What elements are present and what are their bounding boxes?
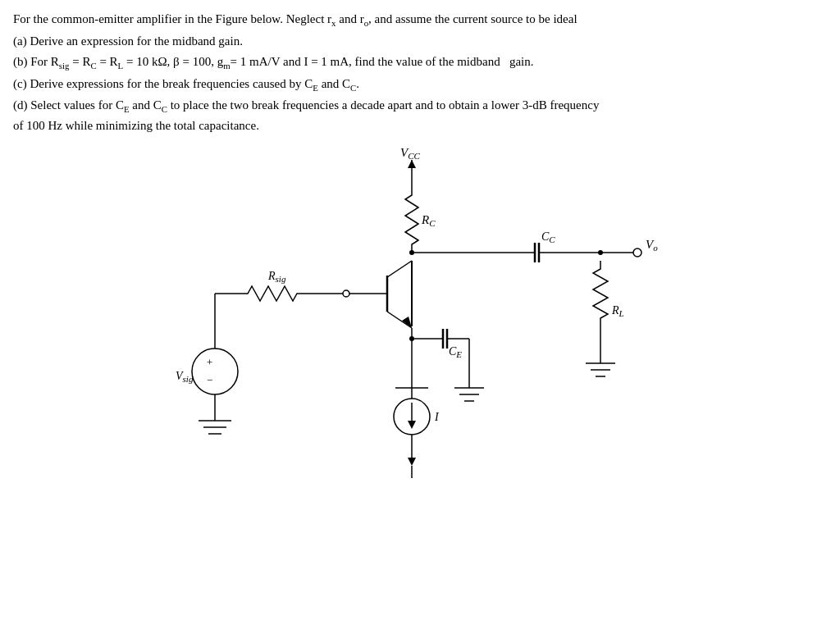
part-a: (a) Derive an expression for the midband… [13,32,604,51]
ce-label: CE [449,345,462,359]
rc-resistor [405,187,418,253]
cc-sub1: C [350,83,356,93]
part-d: (d) Select values for CE and CC to place… [13,96,604,135]
rl-sub: L [118,61,124,71]
vsig-label: Vsig [176,370,194,384]
rl-label: RL [611,304,624,318]
vo-label: Vo [646,238,658,253]
ce-sub2: E [124,104,130,114]
circuit-diagram: VCC RC Rsig [108,142,732,486]
vcc-arrow [408,160,416,168]
collector-diag [387,261,412,277]
rl-resistor [593,261,608,363]
current-label: I [434,411,440,423]
vsig-source [192,349,238,394]
part-c: (c) Derive expressions for the break fre… [13,75,604,95]
rsig-resistor [240,286,343,301]
vsig-minus: − [207,374,212,386]
vcc-label: VCC [400,146,421,161]
base-open-circle [343,290,349,297]
intro-line: For the common-emitter amplifier in the … [13,10,604,30]
problem-text: For the common-emitter amplifier in the … [13,10,604,135]
cc-sub2: C [162,104,167,114]
circuit-svg: VCC RC Rsig [108,142,732,486]
vo-terminal [633,248,641,257]
ce-sub1: E [313,83,318,93]
rsig-sub: sig [59,61,70,71]
rc-label: RC [421,213,436,228]
collector-dot [409,250,414,255]
rx-sub: x [331,18,336,28]
vsig-plus: + [207,356,212,368]
bottom-arrow [408,458,416,466]
gm-sub: m [223,61,230,71]
rc-sub: C [90,61,96,71]
ro-sub: o [364,18,368,28]
cc-label: CC [541,230,555,244]
part-b: (b) For Rsig = RC = RL = 10 kΩ, β = 100,… [13,52,604,73]
rsig-label: Rsig [267,270,286,284]
